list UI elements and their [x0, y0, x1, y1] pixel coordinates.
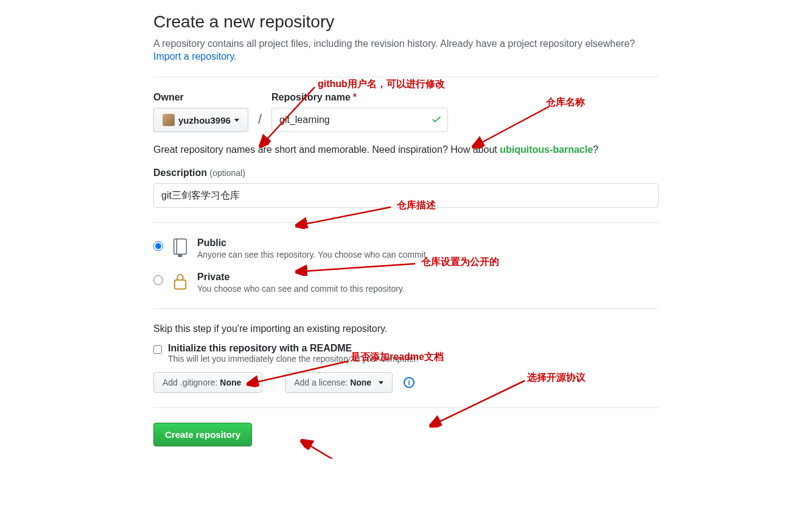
chevron-down-icon [379, 381, 383, 384]
readme-desc: This will let you immediately clone the … [168, 354, 419, 364]
create-repository-button[interactable]: Create repository [153, 423, 252, 446]
divider [153, 308, 659, 309]
readme-checkbox[interactable] [153, 345, 162, 354]
required-indicator: * [353, 92, 357, 102]
chevron-down-icon [248, 381, 253, 384]
annotation-owner: github用户名，可以进行修改 [318, 78, 445, 91]
repo-icon [172, 238, 189, 257]
owner-label: Owner [153, 92, 248, 103]
public-desc: Anyone can see this repository. You choo… [197, 250, 429, 259]
gitignore-select-button[interactable]: Add .gitignore: None [153, 372, 262, 393]
license-select-button[interactable]: Add a license: None [285, 372, 393, 393]
skip-note: Skip this step if you're importing an ex… [153, 323, 659, 334]
owner-select-button[interactable]: yuzhou3996 [153, 108, 248, 132]
info-icon[interactable]: i [404, 377, 415, 388]
repo-name-input[interactable] [271, 108, 448, 132]
page-subhead: A repository contains all project files,… [153, 37, 659, 51]
private-desc: You choose who can see and commit to thi… [197, 284, 405, 294]
svg-line-6 [298, 264, 415, 272]
visibility-public-radio[interactable] [153, 241, 163, 251]
page-title: Create a new repository [153, 12, 659, 32]
svg-rect-0 [174, 239, 187, 254]
svg-rect-2 [175, 280, 186, 289]
visibility-private-radio[interactable] [153, 275, 163, 285]
description-label: Description (optional) [153, 167, 659, 178]
public-title: Public [197, 238, 429, 248]
owner-name: yuzhou3996 [178, 115, 231, 125]
repo-name-hint: Great repository names are short and mem… [153, 144, 659, 155]
check-icon [431, 114, 442, 127]
lock-icon [172, 272, 189, 291]
description-input[interactable] [153, 183, 659, 208]
divider [153, 222, 659, 223]
repo-name-label: Repository name* [271, 92, 448, 103]
readme-title: Initialize this repository with a README [168, 343, 419, 354]
import-link[interactable]: Import a repository. [153, 51, 237, 62]
chevron-down-icon [234, 119, 239, 122]
private-title: Private [197, 272, 405, 283]
divider [153, 407, 659, 408]
avatar [163, 114, 175, 126]
repo-suggestion-link[interactable]: ubiquitous-barnacle [500, 144, 593, 155]
slash-separator: / [258, 111, 262, 127]
separator [273, 374, 274, 391]
divider [153, 77, 659, 77]
svg-line-9 [303, 442, 359, 459]
